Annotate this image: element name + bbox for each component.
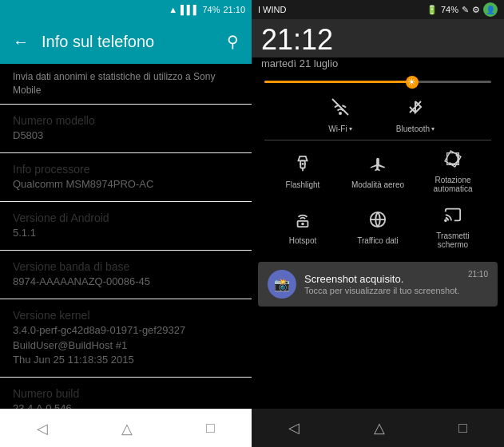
tile-hotspot[interactable]: Hotspot (267, 200, 339, 252)
value-kernel: 3.4.0-perf-gc42d8a9-01971-gef29327 Build… (13, 323, 239, 367)
label-kernel: Versione kernel (13, 309, 239, 322)
toast-content: Screenshot acquisito. Tocca per visualiz… (304, 273, 460, 295)
quick-tiles: Wi-Fi ▾ Bluetooth ▾ (252, 88, 504, 259)
back-button[interactable]: ← (13, 33, 29, 51)
bottom-nav-left: ◁ △ □ (0, 409, 252, 447)
tile-wifi[interactable]: Wi-Fi ▾ (304, 91, 376, 136)
brightness-bar[interactable] (264, 81, 491, 83)
info-item-kernel: Versione kernel 3.4.0-perf-gc42d8a9-0197… (0, 299, 252, 378)
battery-pct-right: 74% (441, 5, 458, 14)
bottom-nav-right: ◁ △ □ (252, 409, 504, 447)
notification-header: 21:12 (252, 19, 504, 57)
battery-left: 74% (202, 5, 220, 14)
label-processore: Info processore (13, 163, 239, 176)
svg-point-13 (445, 220, 446, 221)
value-modelo: D5803 (13, 129, 239, 143)
status-bar-right: I WIND 🔋 74% ✎ ⚙ 👤 (252, 0, 504, 19)
right-status-icons: 🔋 74% ✎ ⚙ 👤 (427, 2, 498, 17)
wifi-label: Wi-Fi ▾ (328, 125, 351, 133)
search-icon[interactable]: ⚲ (227, 32, 239, 51)
bluetooth-arrow: ▾ (431, 125, 435, 133)
toast-time: 21:10 (468, 270, 488, 279)
brightness-fill (264, 81, 412, 83)
time-left: 21:10 (223, 5, 245, 14)
label-banda: Versione banda di base (13, 260, 239, 273)
airplane-label: Modalità aereo (351, 180, 404, 189)
tile-row-2: Flashlight Modalità aereo (258, 144, 498, 196)
value-android: 5.1.1 (13, 226, 239, 240)
toast-icon: 📸 (268, 270, 296, 299)
info-item-android: Versione di Android 5.1.1 (0, 202, 252, 251)
tile-row-3: Hotspot Traffico dati (258, 200, 498, 252)
airplane-icon (369, 155, 387, 177)
home-nav-right[interactable]: △ (374, 419, 385, 437)
info-item-modelo: Numero modello D5803 (0, 105, 252, 153)
recents-nav-left[interactable]: □ (206, 420, 215, 437)
label-android: Versione di Android (13, 212, 239, 224)
brightness-thumb[interactable] (406, 76, 419, 89)
tile-cast[interactable]: Trasmetti schermo (417, 200, 489, 252)
rotate-label: Rotazione automatica (420, 176, 486, 193)
tile-row-1: Wi-Fi ▾ Bluetooth ▾ (258, 91, 498, 136)
svg-point-10 (302, 223, 304, 224)
info-item-processore: Info processore Qualcomm MSM8974PRO-AC (0, 153, 252, 202)
info-item-build: Numero build 23.4.A.0.546 (0, 378, 252, 409)
date-text: martedì 21 luglio (252, 57, 504, 76)
time-big: 21:12 (261, 26, 333, 54)
value-banda: 8974-AAAAANAZQ-00086-45 (13, 275, 239, 289)
settings-icon[interactable]: ⚙ (472, 5, 480, 15)
flashlight-label: Flashlight (286, 180, 320, 189)
back-nav-left[interactable]: ◁ (37, 420, 48, 437)
battery-icon-right: 🔋 (427, 5, 438, 15)
home-nav-left[interactable]: △ (121, 420, 133, 437)
hotspot-icon (294, 211, 312, 233)
label-build: Numero build (13, 387, 239, 400)
data-label: Traffico dati (357, 236, 399, 245)
app-bar: ← Info sul telefono ⚲ (0, 19, 252, 64)
svg-point-1 (339, 113, 341, 114)
brightness-row[interactable] (252, 76, 504, 88)
rotate-icon (444, 150, 462, 172)
page-title: Info sul telefono (42, 33, 214, 51)
tile-bluetooth[interactable]: Bluetooth ▾ (379, 91, 451, 136)
toast-subtitle: Tocca per visualizzare il tuo screenshot… (304, 286, 460, 295)
notification-toast[interactable]: 📸 Screenshot acquisito. Tocca per visual… (258, 262, 498, 307)
avatar-icon[interactable]: 👤 (483, 2, 498, 17)
info-item-banda: Versione banda di base 8974-AAAAANAZQ-00… (0, 251, 252, 299)
right-spacer (252, 310, 504, 409)
toast-title: Screenshot acquisito. (304, 273, 460, 285)
tile-flashlight[interactable]: Flashlight (267, 144, 339, 196)
wifi-icon-left: ▲ (169, 5, 177, 14)
wifi-arrow: ▾ (349, 125, 352, 133)
edit-icon: ✎ (462, 5, 469, 15)
back-nav-right[interactable]: ◁ (288, 419, 300, 437)
top-note: Invia dati anonimi e statistiche di util… (0, 64, 252, 105)
carrier-label: I WIND (258, 5, 286, 14)
wifi-off-icon (331, 97, 350, 121)
tile-airplane[interactable]: Modalità aereo (342, 144, 414, 196)
cast-icon (444, 206, 462, 228)
divider-1 (264, 140, 491, 140)
status-icons-left: ▲ ▌▌▌ 74% 21:10 (169, 5, 245, 14)
status-bar-left: ▲ ▌▌▌ 74% 21:10 (0, 0, 252, 19)
value-build: 23.4.A.0.546 (13, 402, 239, 409)
bluetooth-label: Bluetooth ▾ (396, 125, 435, 133)
bluetooth-off-icon (406, 97, 425, 121)
label-modelo: Numero modello (13, 114, 239, 127)
data-icon (369, 211, 387, 233)
tile-data[interactable]: Traffico dati (342, 200, 414, 252)
time-display: 21:12 (261, 26, 333, 54)
flashlight-icon (294, 155, 312, 177)
content-left: Invia dati anonimi e statistiche di util… (0, 64, 252, 409)
signal-icon-left: ▌▌▌ (181, 5, 199, 14)
cast-label: Trasmetti schermo (420, 231, 486, 249)
recents-nav-right[interactable]: □ (458, 420, 467, 437)
hotspot-label: Hotspot (289, 236, 316, 245)
tile-rotate[interactable]: Rotazione automatica (417, 144, 489, 196)
value-processore: Qualcomm MSM8974PRO-AC (13, 177, 239, 192)
